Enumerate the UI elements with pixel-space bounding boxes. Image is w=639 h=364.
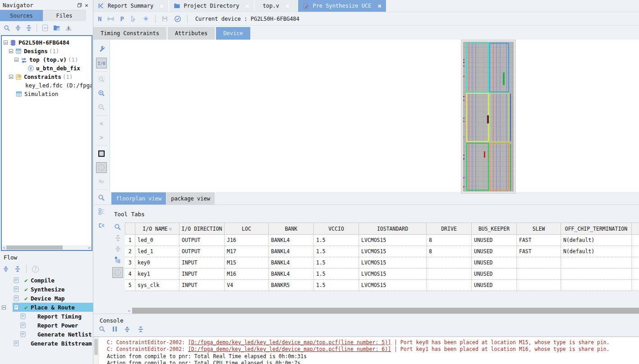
column-header[interactable]: IOSTANDARD bbox=[359, 223, 427, 235]
column-header[interactable]: DRIVE bbox=[427, 223, 472, 235]
tab-pre-synthesize-uce[interactable]: Pre Synthesize UCE × bbox=[298, 0, 386, 12]
table-row[interactable]: 3key0INPUTM15BANKL41.5LVCMOS15UNUSED bbox=[125, 257, 639, 268]
table-cell[interactable] bbox=[517, 280, 561, 291]
close-panel-icon[interactable]: × bbox=[83, 1, 90, 9]
table-cell[interactable] bbox=[427, 268, 472, 280]
table-cell[interactable]: BANKR5 bbox=[269, 280, 314, 291]
table-cell[interactable]: 1.5 bbox=[314, 235, 359, 246]
expand-all-icon[interactable] bbox=[15, 25, 21, 31]
table-cell[interactable] bbox=[561, 280, 632, 291]
pause-icon[interactable] bbox=[113, 327, 117, 332]
flow-step-generate-bitstream[interactable]: Generate Bitstream bbox=[0, 339, 93, 348]
column-header[interactable]: LOC bbox=[225, 223, 269, 235]
table-cell[interactable]: LVCMOS15 bbox=[359, 257, 427, 268]
tab-attributes[interactable]: Attributes bbox=[168, 27, 215, 40]
expander-icon[interactable] bbox=[9, 75, 13, 79]
search-icon[interactable] bbox=[4, 25, 10, 32]
table-cell[interactable]: OUTPUT bbox=[179, 235, 225, 246]
table-cell[interactable]: 1.5 bbox=[314, 268, 359, 280]
table-cell[interactable] bbox=[517, 268, 561, 280]
sort-icon[interactable]: ▽ bbox=[169, 227, 172, 232]
table-row[interactable]: 4key1INPUTM16BANKL41.5LVCMOS15UNUSED bbox=[125, 268, 639, 280]
table-cell[interactable]: N(default) bbox=[561, 246, 632, 257]
table-cell[interactable]: LVCMOS15 bbox=[359, 246, 427, 257]
region-zoom-icon[interactable] bbox=[93, 73, 110, 86]
column-header[interactable]: SLEW bbox=[517, 223, 561, 235]
scroll-thumb[interactable] bbox=[6, 246, 63, 250]
collapse-all-icon[interactable] bbox=[115, 235, 121, 241]
table-cell[interactable]: 1.5 bbox=[314, 246, 359, 257]
tree-item-device[interactable]: PG2L50H-6FBG484 bbox=[2, 38, 92, 47]
table-cell[interactable]: BANKL4 bbox=[269, 235, 314, 246]
console-vscrollbar[interactable] bbox=[93, 337, 99, 364]
tab-package-view[interactable]: package view bbox=[166, 192, 215, 205]
zoom-in-icon[interactable] bbox=[93, 86, 110, 100]
table-cell[interactable]: BANKL4 bbox=[269, 257, 314, 268]
table-row[interactable]: 5sys_clkINPUTV4BANKR51.5LVCMOS15UNUSED bbox=[125, 280, 639, 291]
tree-item-constraints[interactable]: Constraints (1) bbox=[2, 73, 92, 81]
table-cell[interactable]: M15 bbox=[225, 257, 269, 268]
table-hscrollbar[interactable]: < bbox=[126, 308, 639, 314]
tree-item-instance[interactable]: V u_btn_deb_fix bbox=[2, 64, 92, 73]
table-cell[interactable]: BANKL4 bbox=[269, 268, 314, 280]
zoom-out-icon[interactable] bbox=[93, 100, 110, 114]
expander-icon[interactable] bbox=[4, 41, 8, 45]
warning-icon[interactable] bbox=[65, 24, 72, 32]
floorplan-canvas[interactable] bbox=[110, 40, 639, 192]
tab-timing-constraints[interactable]: Timing Constraints bbox=[93, 27, 166, 40]
table-cell[interactable]: M16 bbox=[225, 268, 269, 280]
search-icon[interactable] bbox=[99, 326, 106, 332]
pointer-icon[interactable] bbox=[130, 15, 137, 22]
floorplan-region-mid-right[interactable] bbox=[489, 93, 509, 142]
tree-item-designs[interactable]: Designs (1) bbox=[2, 47, 92, 55]
measure-icon[interactable] bbox=[107, 16, 114, 22]
check-circle-icon[interactable] bbox=[174, 15, 181, 23]
table-cell[interactable]: key0 bbox=[135, 257, 179, 268]
table-cell[interactable] bbox=[561, 268, 632, 280]
table-cell[interactable]: M17 bbox=[225, 246, 269, 257]
table-cell[interactable]: key1 bbox=[135, 268, 179, 280]
prev-view-icon[interactable]: < bbox=[93, 117, 110, 131]
floorplan-region-bottom-left[interactable] bbox=[466, 143, 489, 191]
close-tab-icon[interactable]: × bbox=[285, 2, 289, 9]
table-cell[interactable]: BANKL4 bbox=[269, 246, 314, 257]
wrench-icon[interactable] bbox=[93, 42, 110, 56]
expand-all-icon[interactable] bbox=[3, 266, 9, 272]
expander-icon[interactable] bbox=[9, 49, 13, 53]
column-header[interactable]: OFF_CHIP_TERMINATION bbox=[561, 223, 632, 235]
close-tab-icon[interactable]: × bbox=[245, 2, 249, 9]
table-cell[interactable]: OUTPUT bbox=[179, 246, 225, 257]
diamond-icon[interactable] bbox=[143, 15, 149, 22]
sources-tree-hscrollbar[interactable]: < > bbox=[2, 245, 92, 250]
table-cell[interactable]: led_1 bbox=[135, 246, 179, 257]
table-cell[interactable]: 1.5 bbox=[314, 280, 359, 291]
floorplan-region-mid-left[interactable] bbox=[466, 93, 489, 142]
scroll-left-icon[interactable]: < bbox=[2, 246, 6, 250]
expander-icon[interactable] bbox=[14, 58, 18, 62]
floorplan-region-bottom-right[interactable] bbox=[489, 143, 509, 191]
table-cell[interactable]: UNUSED bbox=[472, 280, 517, 291]
flow-step-report-timing[interactable]: Report Timing bbox=[0, 312, 93, 321]
table-cell[interactable]: LVCMOS15 bbox=[359, 268, 427, 280]
tab-device[interactable]: Device bbox=[216, 27, 250, 40]
floorplan-region-top-left[interactable] bbox=[466, 43, 489, 92]
tab-floorplan-view[interactable]: floorplan view bbox=[111, 192, 166, 205]
tab-top-v[interactable]: top.v × bbox=[255, 0, 299, 12]
help-icon[interactable]: ? bbox=[32, 266, 39, 273]
table-cell[interactable]: LVCMOS15 bbox=[359, 280, 427, 291]
table-cell[interactable]: INPUT bbox=[179, 257, 225, 268]
flow-step-device-map[interactable]: ✔ Device Map bbox=[0, 294, 93, 303]
floorplan-die[interactable] bbox=[463, 42, 514, 191]
flow-step-report-power[interactable]: Report Power bbox=[0, 321, 93, 330]
table-cell[interactable]: INPUT bbox=[179, 268, 225, 280]
highlight-mode-button[interactable] bbox=[96, 162, 107, 173]
table-cell[interactable]: 8 bbox=[427, 246, 472, 257]
expand-all-icon[interactable] bbox=[115, 246, 121, 252]
float-panel-icon[interactable] bbox=[76, 1, 83, 9]
scroll-right-icon[interactable]: > bbox=[87, 246, 92, 250]
pin-assign-icon[interactable]: P bbox=[120, 15, 124, 23]
console-file-link[interactable]: [D:/fpga_demo/key_led/key_led/device_map… bbox=[188, 346, 391, 352]
column-header[interactable]: BUS_KEEPER bbox=[472, 223, 517, 235]
table-cell[interactable]: FAST bbox=[517, 235, 561, 246]
tree-item-fdc[interactable]: key_led.fdc (D:/fpga bbox=[2, 81, 92, 90]
